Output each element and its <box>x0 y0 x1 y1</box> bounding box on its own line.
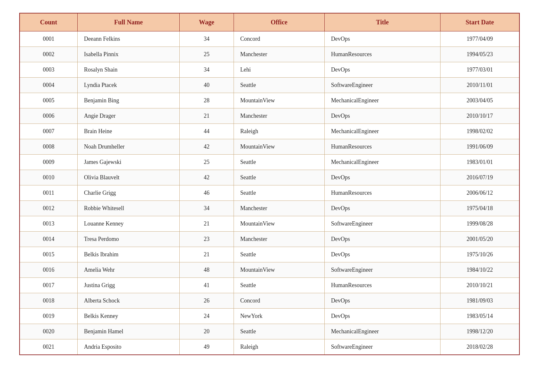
cell-wage: 25 <box>180 155 234 170</box>
table-row: 0008 Noah Drumheller 42 MountainView Hum… <box>20 139 519 155</box>
cell-title: MechanicalEngineer <box>324 124 440 139</box>
cell-start-date: 2003/04/05 <box>440 93 519 108</box>
table-row: 0019 Belkis Kenney 24 NewYork DevOps 198… <box>20 309 519 324</box>
cell-full-name: Andria Esposito <box>77 339 179 355</box>
cell-wage: 42 <box>180 139 234 155</box>
cell-wage: 21 <box>180 108 234 124</box>
cell-wage: 26 <box>180 293 234 309</box>
cell-title: HumanResources <box>324 278 440 293</box>
cell-wage: 21 <box>180 216 234 232</box>
cell-office: Raleigh <box>234 124 324 139</box>
table-row: 0015 Belkis Ibrahim 21 Seattle DevOps 19… <box>20 247 519 262</box>
cell-office: Manchester <box>234 232 324 247</box>
cell-count: 0001 <box>20 31 77 47</box>
cell-title: DevOps <box>324 62 440 78</box>
cell-title: DevOps <box>324 247 440 262</box>
cell-wage: 41 <box>180 278 234 293</box>
cell-full-name: Tresa Perdomo <box>77 232 179 247</box>
cell-title: HumanResources <box>324 185 440 201</box>
table-row: 0001 Deeann Felkins 34 Concord DevOps 19… <box>20 31 519 47</box>
cell-wage: 34 <box>180 31 234 47</box>
header-row: Count Full Name Wage Office Title Start … <box>20 13 519 31</box>
table-row: 0004 Lyndia Ptacek 40 Seattle SoftwareEn… <box>20 78 519 93</box>
cell-office: Seattle <box>234 170 324 185</box>
table-row: 0013 Louanne Kenney 21 MountainView Soft… <box>20 216 519 232</box>
cell-wage: 40 <box>180 78 234 93</box>
header-count: Count <box>20 13 77 31</box>
table-row: 0014 Tresa Perdomo 23 Manchester DevOps … <box>20 232 519 247</box>
cell-start-date: 2010/10/17 <box>440 108 519 124</box>
cell-full-name: Brain Heine <box>77 124 179 139</box>
header-title: Title <box>324 13 440 31</box>
cell-full-name: Deeann Felkins <box>77 31 179 47</box>
table-row: 0003 Rosalyn Shain 34 Lehi DevOps 1977/0… <box>20 62 519 78</box>
cell-full-name: Belkis Kenney <box>77 309 179 324</box>
cell-wage: 44 <box>180 124 234 139</box>
cell-title: DevOps <box>324 293 440 309</box>
table-row: 0012 Robbie Whitesell 34 Manchester DevO… <box>20 201 519 216</box>
cell-office: Manchester <box>234 47 324 62</box>
cell-count: 0021 <box>20 339 77 355</box>
cell-full-name: Rosalyn Shain <box>77 62 179 78</box>
cell-count: 0009 <box>20 155 77 170</box>
cell-count: 0017 <box>20 278 77 293</box>
cell-start-date: 1984/10/22 <box>440 262 519 278</box>
cell-start-date: 1991/06/09 <box>440 139 519 155</box>
table-row: 0020 Benjamin Hamel 20 Seattle Mechanica… <box>20 324 519 339</box>
cell-office: MountainView <box>234 93 324 108</box>
table-row: 0007 Brain Heine 44 Raleigh MechanicalEn… <box>20 124 519 139</box>
cell-title: MechanicalEngineer <box>324 324 440 339</box>
header-wage: Wage <box>180 13 234 31</box>
cell-start-date: 1999/08/28 <box>440 216 519 232</box>
cell-full-name: Robbie Whitesell <box>77 201 179 216</box>
cell-full-name: Olivia Blauvelt <box>77 170 179 185</box>
cell-wage: 48 <box>180 262 234 278</box>
cell-title: DevOps <box>324 232 440 247</box>
cell-office: MountainView <box>234 262 324 278</box>
cell-office: Lehi <box>234 62 324 78</box>
cell-full-name: Lyndia Ptacek <box>77 78 179 93</box>
cell-office: Raleigh <box>234 339 324 355</box>
cell-start-date: 1975/04/18 <box>440 201 519 216</box>
cell-start-date: 1977/04/09 <box>440 31 519 47</box>
cell-wage: 21 <box>180 247 234 262</box>
header-office: Office <box>234 13 324 31</box>
cell-count: 0005 <box>20 93 77 108</box>
cell-full-name: Isabella Pinnix <box>77 47 179 62</box>
cell-count: 0010 <box>20 170 77 185</box>
cell-full-name: Charlie Grigg <box>77 185 179 201</box>
cell-start-date: 2010/11/01 <box>440 78 519 93</box>
cell-title: HumanResources <box>324 47 440 62</box>
cell-office: Seattle <box>234 185 324 201</box>
cell-office: Concord <box>234 31 324 47</box>
cell-start-date: 1981/09/03 <box>440 293 519 309</box>
cell-title: DevOps <box>324 201 440 216</box>
cell-office: Seattle <box>234 78 324 93</box>
cell-count: 0006 <box>20 108 77 124</box>
employee-table-container: Count Full Name Wage Office Title Start … <box>19 13 520 355</box>
cell-count: 0019 <box>20 309 77 324</box>
cell-count: 0004 <box>20 78 77 93</box>
cell-title: SoftwareEngineer <box>324 216 440 232</box>
employee-table: Count Full Name Wage Office Title Start … <box>19 13 520 355</box>
table-row: 0005 Benjamin Bing 28 MountainView Mecha… <box>20 93 519 108</box>
cell-start-date: 1983/05/14 <box>440 309 519 324</box>
cell-office: NewYork <box>234 309 324 324</box>
table-row: 0002 Isabella Pinnix 25 Manchester Human… <box>20 47 519 62</box>
table-row: 0016 Amelia Wehr 48 MountainView Softwar… <box>20 262 519 278</box>
cell-full-name: James Gajewski <box>77 155 179 170</box>
table-row: 0006 Angie Drager 21 Manchester DevOps 2… <box>20 108 519 124</box>
cell-full-name: Benjamin Hamel <box>77 324 179 339</box>
cell-full-name: Alberta Schock <box>77 293 179 309</box>
cell-title: DevOps <box>324 108 440 124</box>
cell-office: Seattle <box>234 247 324 262</box>
cell-wage: 20 <box>180 324 234 339</box>
cell-start-date: 2016/07/19 <box>440 170 519 185</box>
table-row: 0010 Olivia Blauvelt 42 Seattle DevOps 2… <box>20 170 519 185</box>
cell-count: 0020 <box>20 324 77 339</box>
table-row: 0021 Andria Esposito 49 Raleigh Software… <box>20 339 519 355</box>
cell-title: DevOps <box>324 170 440 185</box>
cell-count: 0002 <box>20 47 77 62</box>
cell-start-date: 2010/10/21 <box>440 278 519 293</box>
cell-office: Seattle <box>234 324 324 339</box>
